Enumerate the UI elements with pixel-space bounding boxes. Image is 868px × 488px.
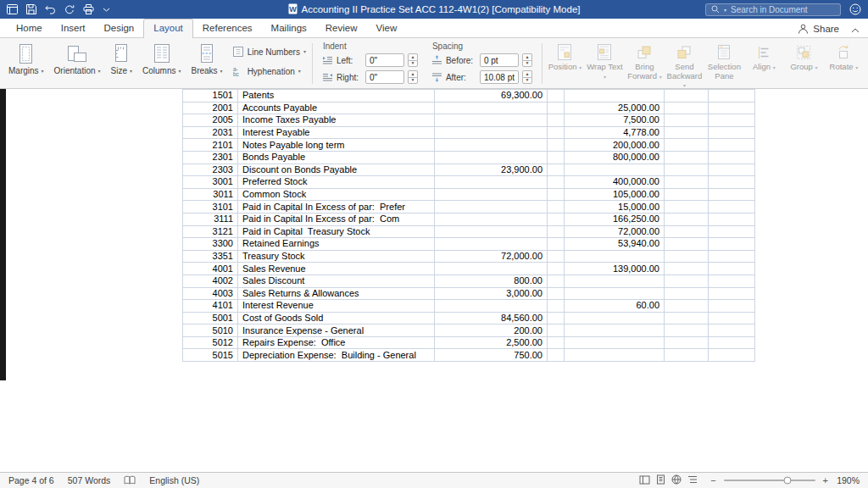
debit-amount-cell[interactable] bbox=[435, 201, 548, 214]
account-name-cell[interactable]: Income Taxes Payable bbox=[238, 114, 435, 127]
outline-view-icon[interactable] bbox=[687, 475, 698, 485]
debit-amount-cell[interactable] bbox=[435, 176, 548, 189]
credit-amount-cell[interactable]: 53,940.00 bbox=[565, 238, 665, 251]
empty-cell[interactable] bbox=[665, 238, 709, 251]
account-name-cell[interactable]: Sales Discount bbox=[238, 274, 435, 287]
empty-cell[interactable] bbox=[709, 287, 755, 300]
debit-amount-cell[interactable] bbox=[435, 139, 548, 152]
debit-amount-cell[interactable] bbox=[435, 225, 548, 238]
empty-cell[interactable] bbox=[548, 263, 565, 275]
empty-cell[interactable] bbox=[548, 312, 565, 324]
credit-amount-cell[interactable]: 7,500.00 bbox=[565, 114, 665, 127]
account-number-cell[interactable]: 1501 bbox=[183, 90, 238, 103]
empty-cell[interactable] bbox=[548, 139, 565, 152]
empty-cell[interactable] bbox=[548, 250, 565, 263]
credit-amount-cell[interactable] bbox=[565, 287, 665, 300]
feedback-smiley-icon[interactable] bbox=[849, 3, 861, 15]
credit-amount-cell[interactable]: 4,778.00 bbox=[565, 126, 665, 139]
zoom-in-button[interactable]: + bbox=[823, 475, 828, 485]
empty-cell[interactable] bbox=[548, 225, 565, 238]
margins-button[interactable]: Margins▾ bbox=[3, 39, 49, 77]
bring-forward-button[interactable]: Bring Forward ▾ bbox=[625, 39, 665, 82]
debit-amount-cell[interactable]: 84,560.00 bbox=[435, 312, 548, 324]
credit-amount-cell[interactable]: 400,000.00 bbox=[565, 176, 665, 189]
credit-amount-cell[interactable] bbox=[565, 312, 665, 324]
share-button[interactable]: Share bbox=[793, 24, 844, 37]
debit-amount-cell[interactable] bbox=[435, 213, 548, 225]
debit-amount-cell[interactable]: 2,500.00 bbox=[435, 336, 548, 349]
empty-cell[interactable] bbox=[548, 151, 565, 164]
toolbar-options-icon[interactable] bbox=[103, 8, 110, 12]
account-number-cell[interactable]: 4002 bbox=[183, 274, 238, 287]
account-number-cell[interactable]: 5012 bbox=[183, 336, 238, 349]
account-number-cell[interactable]: 4101 bbox=[183, 300, 238, 313]
account-name-cell[interactable]: Paid in Capital In Excess of par: Prefer bbox=[238, 201, 435, 214]
account-number-cell[interactable]: 3121 bbox=[183, 225, 238, 238]
empty-cell[interactable] bbox=[709, 250, 755, 263]
empty-cell[interactable] bbox=[548, 324, 565, 337]
empty-cell[interactable] bbox=[665, 300, 709, 313]
empty-cell[interactable] bbox=[665, 312, 709, 324]
account-name-cell[interactable]: Accounts Payable bbox=[238, 102, 435, 114]
account-name-cell[interactable]: Common Stock bbox=[238, 188, 435, 201]
stepper-down-icon[interactable]: ▼ bbox=[522, 77, 532, 85]
account-number-cell[interactable]: 2031 bbox=[183, 126, 238, 139]
credit-amount-cell[interactable]: 200,000.00 bbox=[565, 139, 665, 152]
credit-amount-cell[interactable]: 60.00 bbox=[565, 300, 665, 313]
stepper-up-icon[interactable]: ▲ bbox=[522, 70, 532, 77]
account-name-cell[interactable]: Depreciation Expense: Building - General bbox=[238, 349, 435, 362]
debit-amount-cell[interactable]: 23,900.00 bbox=[435, 164, 548, 176]
hyphenation-button[interactable]: a-bc Hyphenation▾ bbox=[231, 65, 306, 77]
zoom-level[interactable]: 190% bbox=[836, 475, 860, 485]
sidebar-view-icon[interactable] bbox=[639, 475, 650, 486]
account-number-cell[interactable]: 3101 bbox=[183, 201, 238, 214]
empty-cell[interactable] bbox=[548, 238, 565, 251]
account-name-cell[interactable]: Sales Revenue bbox=[238, 263, 435, 275]
empty-cell[interactable] bbox=[548, 102, 565, 114]
empty-cell[interactable] bbox=[665, 102, 709, 114]
debit-amount-cell[interactable] bbox=[435, 102, 548, 114]
empty-cell[interactable] bbox=[548, 300, 565, 313]
debit-amount-cell[interactable] bbox=[435, 126, 548, 139]
spacing-before-stepper[interactable]: ▲▼ bbox=[522, 53, 532, 67]
empty-cell[interactable] bbox=[709, 263, 755, 275]
print-layout-view-icon[interactable] bbox=[656, 474, 665, 486]
zoom-out-button[interactable]: − bbox=[710, 475, 715, 485]
stepper-up-icon[interactable]: ▲ bbox=[408, 53, 418, 60]
tab-home[interactable]: Home bbox=[7, 19, 52, 37]
empty-cell[interactable] bbox=[665, 164, 709, 176]
empty-cell[interactable] bbox=[665, 274, 709, 287]
word-count[interactable]: 507 Words bbox=[68, 475, 111, 485]
empty-cell[interactable] bbox=[709, 213, 755, 225]
document-canvas[interactable]: 1501 Patents 69,300.00 2001 Accounts Pay… bbox=[0, 89, 868, 472]
rotate-button[interactable]: Rotate ▾ bbox=[824, 39, 864, 74]
spacing-before-input[interactable]: 0 pt bbox=[480, 53, 519, 67]
empty-cell[interactable] bbox=[709, 336, 755, 349]
empty-cell[interactable] bbox=[709, 151, 755, 164]
account-name-cell[interactable]: Sales Returns & Allowances bbox=[238, 287, 435, 300]
debit-amount-cell[interactable] bbox=[435, 114, 548, 127]
empty-cell[interactable] bbox=[548, 90, 565, 103]
print-icon[interactable] bbox=[83, 4, 94, 14]
account-name-cell[interactable]: Repairs Expense: Office bbox=[238, 336, 435, 349]
debit-amount-cell[interactable] bbox=[435, 238, 548, 251]
empty-cell[interactable] bbox=[665, 225, 709, 238]
tab-view[interactable]: View bbox=[367, 19, 407, 37]
send-backward-button[interactable]: Send Backward ▾ bbox=[665, 39, 704, 92]
account-name-cell[interactable]: Preferred Stock bbox=[238, 176, 435, 189]
account-number-cell[interactable]: 5010 bbox=[183, 324, 238, 337]
credit-amount-cell[interactable]: 72,000.00 bbox=[565, 225, 665, 238]
selection-pane-button[interactable]: Selection Pane bbox=[704, 39, 744, 82]
search-input[interactable]: ▾ Search in Document bbox=[705, 3, 841, 16]
debit-amount-cell[interactable] bbox=[435, 188, 548, 201]
empty-cell[interactable] bbox=[548, 274, 565, 287]
account-number-cell[interactable]: 3111 bbox=[183, 213, 238, 225]
tab-mailings[interactable]: Mailings bbox=[262, 19, 316, 37]
account-name-cell[interactable]: Interest Payable bbox=[238, 126, 435, 139]
debit-amount-cell[interactable] bbox=[435, 263, 548, 275]
align-button[interactable]: Align ▾ bbox=[744, 39, 784, 74]
stepper-down-icon[interactable]: ▼ bbox=[408, 77, 418, 85]
empty-cell[interactable] bbox=[709, 201, 755, 214]
account-number-cell[interactable]: 2005 bbox=[183, 114, 238, 127]
redo-icon[interactable] bbox=[64, 4, 75, 14]
